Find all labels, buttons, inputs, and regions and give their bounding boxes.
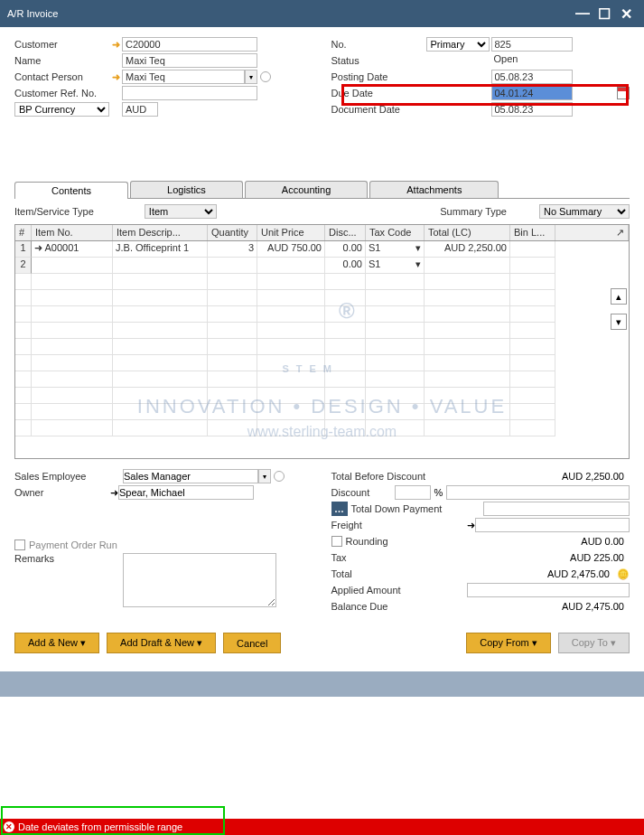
table-row[interactable] — [15, 371, 629, 388]
header-left: Customer ➜ Name Contact Person ➜ ▾ Custo… — [14, 36, 313, 117]
bpcurrency-select[interactable]: BP Currency — [14, 102, 109, 117]
tax-label: Tax — [331, 552, 467, 563]
summary-label: Summary Type — [440, 206, 507, 217]
doc-label: Document Date — [331, 104, 426, 115]
tab-logistics[interactable]: Logistics — [130, 181, 243, 198]
table-row[interactable]: 1➜ A00001J.B. Officeprint 13AUD 750.000.… — [15, 241, 629, 258]
status-bar: ✕ Date deviates from permissible range — [0, 819, 644, 835]
name-label: Name — [14, 55, 109, 66]
chevron-down-icon: ▾ — [197, 637, 202, 648]
no-field[interactable] — [491, 37, 573, 52]
payorder-checkbox[interactable] — [14, 539, 25, 550]
custref-label: Customer Ref. No. — [14, 88, 109, 99]
window-title: A/R Invoice — [7, 8, 572, 19]
link-arrow-icon[interactable]: ➜ — [110, 487, 118, 499]
button-bar: Add & New ▾ Add Draft & New ▾ Cancel Cop… — [0, 624, 644, 662]
detail-icon[interactable] — [260, 71, 271, 82]
contact-field[interactable] — [122, 70, 245, 84]
dropdown-icon[interactable]: ▾ — [258, 469, 271, 483]
tax-value: AUD 225.00 — [467, 552, 630, 563]
freight-label: Freight — [331, 520, 467, 530]
error-icon: ✕ — [4, 821, 14, 832]
table-row[interactable] — [15, 306, 629, 323]
col-desc[interactable]: Item Descrip... — [113, 225, 208, 240]
col-total[interactable]: Total (LC) — [425, 225, 510, 240]
freight-field[interactable] — [475, 518, 630, 532]
summary-select[interactable]: No Summary — [539, 204, 630, 219]
status-label: Status — [331, 55, 426, 66]
tdp-label: Total Down Payment — [351, 503, 483, 514]
titlebar: A/R Invoice — ☐ ✕ — [0, 0, 644, 27]
expand-icon[interactable]: ↗ — [555, 225, 629, 240]
link-arrow-icon[interactable]: ➜ — [34, 242, 42, 253]
round-label: Rounding — [346, 536, 471, 547]
close-button[interactable]: ✕ — [615, 3, 637, 24]
sales-field[interactable] — [123, 469, 258, 483]
col-qty[interactable]: Quantity — [208, 225, 257, 240]
applied-field[interactable] — [467, 583, 630, 597]
scroll-up-button[interactable]: ▴ — [611, 288, 627, 305]
add-new-button[interactable]: Add & New ▾ — [14, 633, 99, 653]
table-row[interactable] — [15, 274, 629, 290]
minimize-button[interactable]: — — [572, 3, 593, 24]
chevron-down-icon: ▾ — [611, 637, 616, 648]
header-right: No. Primary Status Open Posting Date Due… — [331, 36, 630, 117]
table-row[interactable] — [15, 420, 629, 436]
table-row[interactable] — [15, 404, 629, 420]
col-item[interactable]: Item No. — [32, 225, 113, 240]
table-row[interactable] — [15, 290, 629, 306]
tdp-field[interactable] — [483, 502, 630, 516]
round-value: AUD 0.00 — [471, 536, 630, 547]
col-bin[interactable]: Bin L... — [510, 225, 555, 240]
customer-field[interactable] — [122, 37, 257, 52]
tabs: Contents Logistics Accounting Attachment… — [14, 181, 630, 199]
ellipsis-button[interactable]: … — [331, 502, 348, 516]
disc-pct-field[interactable] — [395, 485, 431, 500]
sales-label: Sales Employee — [14, 471, 123, 482]
itemservice-select[interactable]: Item — [145, 204, 217, 219]
dropdown-icon[interactable]: ▾ — [245, 70, 257, 84]
table-row[interactable] — [15, 323, 629, 339]
remarks-label: Remarks — [14, 553, 123, 564]
due-field[interactable] — [491, 86, 573, 100]
col-disc[interactable]: Disc... — [325, 225, 366, 240]
remarks-field[interactable] — [123, 553, 276, 607]
col-price[interactable]: Unit Price — [257, 225, 325, 240]
table-row[interactable] — [15, 388, 629, 404]
toolbar-strip — [0, 671, 644, 697]
chevron-down-icon: ▾ — [532, 637, 537, 648]
doc-field[interactable] — [491, 102, 573, 117]
scroll-down-button[interactable]: ▾ — [611, 314, 627, 330]
cancel-button[interactable]: Cancel — [223, 633, 281, 653]
maximize-button[interactable]: ☐ — [593, 3, 615, 24]
copy-from-button[interactable]: Copy From ▾ — [466, 633, 550, 653]
tab-attachments[interactable]: Attachments — [369, 181, 499, 198]
calendar-icon[interactable] — [617, 87, 630, 99]
link-arrow-icon[interactable]: ➜ — [467, 520, 475, 531]
bpcurrency-field[interactable] — [122, 102, 158, 117]
items-grid[interactable]: # Item No. Item Descrip... Quantity Unit… — [14, 224, 630, 459]
detail-icon[interactable] — [274, 471, 285, 482]
table-row[interactable] — [15, 339, 629, 355]
col-num[interactable]: # — [15, 225, 32, 240]
link-arrow-icon[interactable]: ➜ — [109, 39, 122, 51]
copy-to-button: Copy To ▾ — [558, 633, 630, 653]
name-field[interactable] — [122, 53, 257, 68]
tab-contents[interactable]: Contents — [14, 182, 128, 199]
table-row[interactable]: 20.00S1 ▾ — [15, 258, 629, 274]
chevron-down-icon: ▾ — [80, 637, 86, 648]
col-tax[interactable]: Tax Code — [366, 225, 425, 240]
posting-field[interactable] — [491, 70, 573, 84]
custref-field[interactable] — [122, 86, 257, 100]
table-row[interactable] — [15, 355, 629, 371]
link-arrow-icon[interactable]: ➜ — [109, 71, 122, 83]
disc-amt-field[interactable] — [446, 485, 630, 500]
owner-field[interactable] — [118, 485, 254, 500]
payorder-label: Payment Order Run — [29, 539, 117, 550]
rounding-checkbox[interactable] — [331, 536, 342, 547]
tab-accounting[interactable]: Accounting — [245, 181, 368, 198]
no-type-select[interactable]: Primary — [426, 37, 490, 52]
coin-icon[interactable]: 🪙 — [617, 568, 630, 580]
footer-right: Total Before DiscountAUD 2,250.00 Discou… — [331, 468, 630, 615]
add-draft-button[interactable]: Add Draft & New ▾ — [107, 633, 216, 653]
